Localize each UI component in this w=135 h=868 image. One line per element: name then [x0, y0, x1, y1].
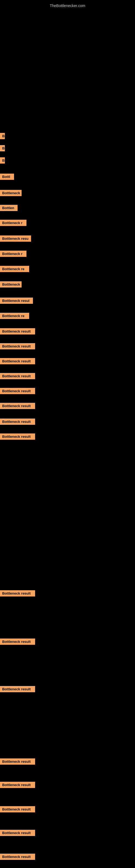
bottleneck-result-item: Bottleneck result [0, 433, 35, 440]
bottleneck-result-item: Bottleneck result [0, 854, 35, 860]
bottleneck-result-item: Bottl [0, 174, 14, 180]
site-title: TheBottlenecker.com [0, 1, 135, 10]
bottleneck-result-item: B [0, 145, 5, 151]
bottleneck-result-item: Bottleneck result [0, 686, 35, 692]
bottleneck-result-item: Bottleneck result [0, 403, 35, 409]
bottleneck-result-item: Bottleneck result [0, 639, 35, 645]
bottleneck-result-item: Bottleneck [0, 190, 21, 196]
bottleneck-result-item: Bottleneck resu [0, 236, 31, 242]
bottleneck-result-item: Bottleneck r [0, 220, 27, 226]
bottleneck-result-item: Bottleneck result [0, 358, 35, 364]
bottleneck-result-item: Bottleneck result [0, 830, 35, 836]
bottleneck-result-item: Bottleneck result [0, 388, 35, 394]
bottleneck-result-item: Bottleneck result [0, 328, 35, 335]
bottleneck-result-item: Bottleneck result [0, 343, 35, 349]
bottleneck-result-item: Bottleneck [0, 281, 21, 287]
bottleneck-result-item: Bottleneck r [0, 251, 27, 257]
bottleneck-result-item: Bottleneck re [0, 313, 29, 319]
bottleneck-result-item: Bottleneck result [0, 806, 35, 812]
bottleneck-result-item: Bottleneck result [0, 418, 35, 425]
bottleneck-result-item: Bottlen [0, 205, 17, 211]
bottleneck-result-item: Bottleneck result [0, 782, 35, 788]
bottleneck-result-item: Bottleneck result [0, 758, 35, 765]
bottleneck-result-item: Bottleneck resul [0, 298, 33, 304]
bottleneck-result-item: Bottleneck result [0, 590, 35, 596]
bottleneck-result-item: B [0, 133, 5, 139]
bottleneck-result-item: Bottleneck result [0, 373, 35, 379]
bottleneck-result-item: B [0, 157, 5, 163]
bottleneck-result-item: Bottleneck re [0, 266, 29, 272]
